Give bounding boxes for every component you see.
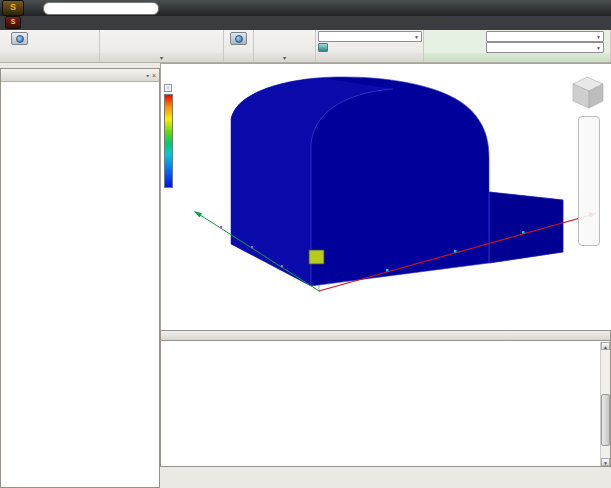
chevron-down-icon: ▼ <box>414 34 419 40</box>
group-label-compare[interactable] <box>224 53 253 62</box>
group-label-report[interactable] <box>254 53 315 62</box>
close-icon[interactable]: × <box>152 72 156 79</box>
solve-icon <box>318 43 328 52</box>
viewport-3d[interactable]: i <box>160 63 611 330</box>
design-study-bar: ▪ × <box>0 68 160 488</box>
iteration-dropdown[interactable]: ▼ <box>318 31 422 42</box>
image-recapitulative-button[interactable] <box>2 31 36 52</box>
ribbon-group-result-tasks <box>100 30 224 62</box>
ribbon: ▼ ▼ ▼ <box>0 30 611 63</box>
ribbon-tab-bar: S <box>0 16 611 30</box>
decision-center-button[interactable] <box>226 31 251 52</box>
view-cube[interactable] <box>573 77 603 108</box>
depth-axis-tick <box>251 246 253 248</box>
camera-icon <box>11 32 28 45</box>
output-data-bar: ▲ ▼ <box>160 330 611 467</box>
group-label-image[interactable] <box>0 53 99 62</box>
decision-center-icon <box>230 32 247 45</box>
global-result-dropdown[interactable]: ▼ <box>486 31 604 42</box>
depth-axis-tick <box>220 226 222 228</box>
pin-icon[interactable]: ▪ <box>146 72 148 79</box>
app-window: { "app": { "title": "Autodesk Simulation… <box>0 0 611 488</box>
output-bar-header[interactable] <box>160 330 611 341</box>
ribbon-group-report <box>254 30 316 62</box>
scroll-down-icon[interactable]: ▼ <box>601 458 610 466</box>
legend-icon[interactable]: i <box>164 84 172 92</box>
application-menu-button[interactable]: S <box>2 0 24 16</box>
x-axis-tick <box>454 250 457 253</box>
message-list <box>160 341 611 467</box>
chevron-down-icon: ▼ <box>596 45 601 51</box>
depth-axis-arrow-icon <box>194 211 202 217</box>
ribbon-group-image <box>0 30 100 62</box>
design-study-bar-header: ▪ × <box>1 69 159 82</box>
model-right-block <box>489 192 563 263</box>
bottom-tab-bar <box>160 467 611 482</box>
group-label-iteration[interactable] <box>316 53 423 62</box>
x-axis-tick <box>386 269 389 272</box>
legend-scale <box>164 94 174 190</box>
x-axis-tick <box>522 231 525 234</box>
ribbon-group-iteration: ▼ <box>316 30 424 62</box>
result-legend: i <box>164 84 174 190</box>
search-input[interactable] <box>43 2 159 15</box>
depth-axis-tick <box>281 265 283 267</box>
navigation-bar <box>578 116 600 246</box>
output-scrollbar[interactable]: ▲ ▼ <box>600 342 610 466</box>
group-label-global[interactable] <box>424 53 610 62</box>
model-geometry[interactable] <box>161 64 611 331</box>
design-study-tree <box>1 82 159 84</box>
ribbon-group-compare <box>224 30 254 62</box>
scrollbar-thumb[interactable] <box>601 394 610 446</box>
cfd-logo-icon[interactable]: S <box>5 16 21 29</box>
ribbon-group-global: ▼ ▼ ✦ <box>424 30 611 62</box>
solve-button[interactable] <box>318 43 421 52</box>
legend-color-bar <box>164 94 173 188</box>
group-label-result-tasks[interactable] <box>100 53 223 62</box>
scroll-up-icon[interactable]: ▲ <box>601 342 610 350</box>
chevron-down-icon: ▼ <box>596 34 601 40</box>
global-vector-dropdown[interactable]: ▼ <box>486 42 604 53</box>
title-bar: S <box>0 0 611 16</box>
probe-marker[interactable] <box>309 250 324 264</box>
legend-title: i <box>164 84 174 92</box>
